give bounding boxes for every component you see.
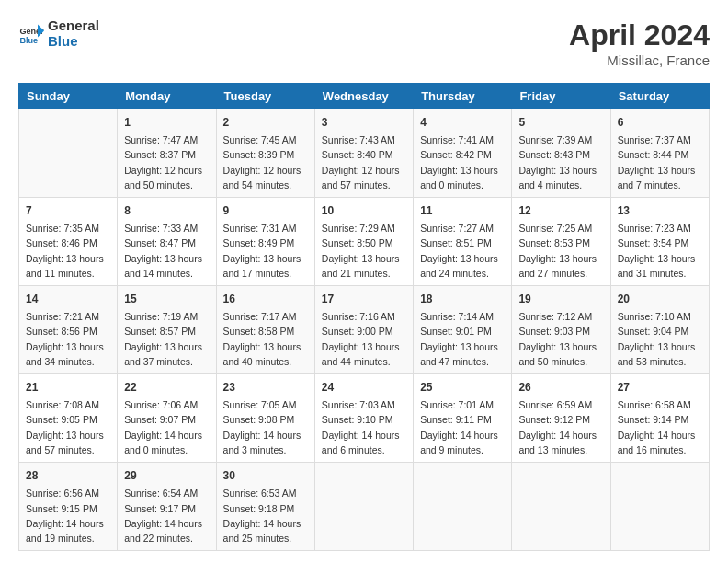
- header-saturday: Saturday: [610, 84, 709, 109]
- day-number: 24: [322, 379, 406, 396]
- calendar-cell: 24Sunrise: 7:03 AM Sunset: 9:10 PM Dayli…: [314, 374, 413, 463]
- calendar-cell: [512, 463, 610, 551]
- cell-daylight-info: Sunrise: 7:19 AM Sunset: 8:57 PM Dayligh…: [124, 309, 209, 369]
- day-number: 8: [124, 202, 209, 219]
- calendar-cell: 14Sunrise: 7:21 AM Sunset: 8:56 PM Dayli…: [19, 286, 118, 374]
- cell-daylight-info: Sunrise: 7:10 AM Sunset: 9:04 PM Dayligh…: [618, 309, 702, 369]
- day-number: 27: [618, 379, 702, 396]
- day-number: 3: [322, 114, 406, 131]
- day-number: 22: [124, 379, 209, 396]
- day-number: 7: [26, 202, 110, 219]
- header-wednesday: Wednesday: [314, 84, 413, 109]
- cell-daylight-info: Sunrise: 7:03 AM Sunset: 9:10 PM Dayligh…: [322, 397, 406, 457]
- day-number: 14: [26, 291, 110, 307]
- day-number: 19: [518, 291, 603, 307]
- day-number: 9: [223, 202, 308, 219]
- calendar-cell: [414, 463, 512, 551]
- day-number: 23: [223, 379, 308, 396]
- calendar-cell: 11Sunrise: 7:27 AM Sunset: 8:51 PM Dayli…: [414, 198, 512, 286]
- header-sunday: Sunday: [19, 84, 118, 109]
- svg-text:Blue: Blue: [19, 35, 38, 44]
- calendar-cell: 3Sunrise: 7:43 AM Sunset: 8:40 PM Daylig…: [314, 109, 413, 198]
- calendar-week-row: 21Sunrise: 7:08 AM Sunset: 9:05 PM Dayli…: [19, 374, 710, 463]
- day-number: 11: [420, 202, 505, 219]
- cell-daylight-info: Sunrise: 7:47 AM Sunset: 8:37 PM Dayligh…: [124, 132, 209, 192]
- day-number: 28: [26, 467, 110, 484]
- logo-icon: General Blue: [18, 21, 44, 47]
- cell-daylight-info: Sunrise: 7:35 AM Sunset: 8:46 PM Dayligh…: [26, 221, 110, 281]
- header-thursday: Thursday: [414, 84, 512, 109]
- cell-daylight-info: Sunrise: 6:53 AM Sunset: 9:18 PM Dayligh…: [223, 486, 308, 546]
- cell-daylight-info: Sunrise: 6:58 AM Sunset: 9:14 PM Dayligh…: [618, 397, 702, 457]
- day-number: 17: [322, 291, 406, 307]
- day-number: 15: [124, 291, 209, 307]
- logo: General Blue General Blue: [18, 18, 99, 49]
- cell-daylight-info: Sunrise: 7:16 AM Sunset: 9:00 PM Dayligh…: [322, 309, 406, 369]
- calendar-cell: 18Sunrise: 7:14 AM Sunset: 9:01 PM Dayli…: [414, 286, 512, 374]
- calendar-cell: 27Sunrise: 6:58 AM Sunset: 9:14 PM Dayli…: [610, 374, 709, 463]
- calendar-week-row: 28Sunrise: 6:56 AM Sunset: 9:15 PM Dayli…: [19, 463, 710, 551]
- cell-daylight-info: Sunrise: 7:41 AM Sunset: 8:42 PM Dayligh…: [420, 132, 505, 192]
- calendar-cell: 6Sunrise: 7:37 AM Sunset: 8:44 PM Daylig…: [610, 109, 709, 198]
- day-number: 16: [223, 291, 308, 307]
- header-friday: Friday: [512, 84, 610, 109]
- calendar-cell: 25Sunrise: 7:01 AM Sunset: 9:11 PM Dayli…: [414, 374, 512, 463]
- day-number: 1: [124, 114, 209, 131]
- calendar-cell: 12Sunrise: 7:25 AM Sunset: 8:53 PM Dayli…: [512, 198, 610, 286]
- calendar-cell: 4Sunrise: 7:41 AM Sunset: 8:42 PM Daylig…: [414, 109, 512, 198]
- logo-general-text: General: [48, 18, 99, 34]
- day-number: 2: [223, 114, 308, 131]
- day-number: 25: [420, 379, 505, 396]
- day-number: 10: [322, 202, 406, 219]
- day-number: 4: [420, 114, 505, 131]
- day-number: 30: [223, 467, 308, 484]
- cell-daylight-info: Sunrise: 7:08 AM Sunset: 9:05 PM Dayligh…: [26, 397, 110, 457]
- cell-daylight-info: Sunrise: 7:21 AM Sunset: 8:56 PM Dayligh…: [26, 309, 110, 369]
- calendar-cell: 1Sunrise: 7:47 AM Sunset: 8:37 PM Daylig…: [118, 109, 216, 198]
- calendar-cell: 9Sunrise: 7:31 AM Sunset: 8:49 PM Daylig…: [216, 198, 314, 286]
- calendar-cell: 21Sunrise: 7:08 AM Sunset: 9:05 PM Dayli…: [19, 374, 118, 463]
- calendar-cell: 19Sunrise: 7:12 AM Sunset: 9:03 PM Dayli…: [512, 286, 610, 374]
- day-number: 26: [518, 379, 603, 396]
- calendar-header-row: SundayMondayTuesdayWednesdayThursdayFrid…: [19, 84, 710, 109]
- calendar-cell: [314, 463, 413, 551]
- calendar-cell: 30Sunrise: 6:53 AM Sunset: 9:18 PM Dayli…: [216, 463, 314, 551]
- cell-daylight-info: Sunrise: 7:06 AM Sunset: 9:07 PM Dayligh…: [124, 397, 209, 457]
- cell-daylight-info: Sunrise: 7:25 AM Sunset: 8:53 PM Dayligh…: [518, 221, 603, 281]
- logo-blue-text: Blue: [48, 34, 99, 50]
- calendar-cell: 17Sunrise: 7:16 AM Sunset: 9:00 PM Dayli…: [314, 286, 413, 374]
- cell-daylight-info: Sunrise: 7:31 AM Sunset: 8:49 PM Dayligh…: [223, 221, 308, 281]
- cell-daylight-info: Sunrise: 7:12 AM Sunset: 9:03 PM Dayligh…: [518, 309, 603, 369]
- day-number: 5: [518, 114, 603, 131]
- calendar-cell: 15Sunrise: 7:19 AM Sunset: 8:57 PM Dayli…: [118, 286, 216, 374]
- day-number: 20: [618, 291, 702, 307]
- location-subtitle: Missillac, France: [569, 52, 710, 68]
- cell-daylight-info: Sunrise: 7:45 AM Sunset: 8:39 PM Dayligh…: [223, 132, 308, 192]
- cell-daylight-info: Sunrise: 7:14 AM Sunset: 9:01 PM Dayligh…: [420, 309, 505, 369]
- day-number: 6: [618, 114, 702, 131]
- cell-daylight-info: Sunrise: 7:17 AM Sunset: 8:58 PM Dayligh…: [223, 309, 308, 369]
- cell-daylight-info: Sunrise: 7:01 AM Sunset: 9:11 PM Dayligh…: [420, 397, 505, 457]
- calendar-cell: 2Sunrise: 7:45 AM Sunset: 8:39 PM Daylig…: [216, 109, 314, 198]
- cell-daylight-info: Sunrise: 7:05 AM Sunset: 9:08 PM Dayligh…: [223, 397, 308, 457]
- cell-daylight-info: Sunrise: 6:59 AM Sunset: 9:12 PM Dayligh…: [518, 397, 603, 457]
- month-year-title: April 2024: [569, 18, 710, 52]
- cell-daylight-info: Sunrise: 7:37 AM Sunset: 8:44 PM Dayligh…: [618, 132, 702, 192]
- header-monday: Monday: [118, 84, 216, 109]
- calendar-cell: 13Sunrise: 7:23 AM Sunset: 8:54 PM Dayli…: [610, 198, 709, 286]
- cell-daylight-info: Sunrise: 7:27 AM Sunset: 8:51 PM Dayligh…: [420, 221, 505, 281]
- calendar-week-row: 14Sunrise: 7:21 AM Sunset: 8:56 PM Dayli…: [19, 286, 710, 374]
- calendar-cell: 7Sunrise: 7:35 AM Sunset: 8:46 PM Daylig…: [19, 198, 118, 286]
- day-number: 13: [618, 202, 702, 219]
- day-number: 29: [124, 467, 209, 484]
- cell-daylight-info: Sunrise: 7:33 AM Sunset: 8:47 PM Dayligh…: [124, 221, 209, 281]
- calendar-cell: 16Sunrise: 7:17 AM Sunset: 8:58 PM Dayli…: [216, 286, 314, 374]
- calendar-cell: 8Sunrise: 7:33 AM Sunset: 8:47 PM Daylig…: [118, 198, 216, 286]
- day-number: 18: [420, 291, 505, 307]
- calendar-cell: 23Sunrise: 7:05 AM Sunset: 9:08 PM Dayli…: [216, 374, 314, 463]
- calendar-cell: [19, 109, 118, 198]
- calendar-week-row: 1Sunrise: 7:47 AM Sunset: 8:37 PM Daylig…: [19, 109, 710, 198]
- calendar-cell: [610, 463, 709, 551]
- calendar-cell: 22Sunrise: 7:06 AM Sunset: 9:07 PM Dayli…: [118, 374, 216, 463]
- header-tuesday: Tuesday: [216, 84, 314, 109]
